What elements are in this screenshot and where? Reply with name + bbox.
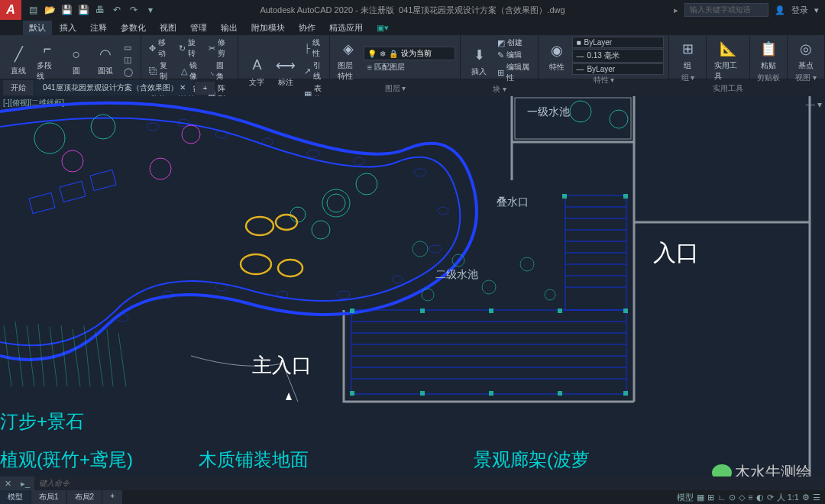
ellipse-button[interactable]: ◯ [121,66,136,78]
linetype-combo[interactable]: — ByLayer [572,63,664,75]
trim-button[interactable]: ✂修剪 [205,37,234,60]
properties-button[interactable]: ◉特性 [543,38,571,74]
insert-block-button[interactable]: ⬇插入 [465,43,493,79]
svg-point-35 [422,289,434,301]
tab-layout1[interactable]: 布局1 [31,490,66,504]
drawing-canvas[interactable]: [-][俯视][二维线框] [0,96,825,477]
panel-annotation: A文字 ⟷标注 ├线性 ↗引线 ▦表格 注释 ▾ [238,35,330,79]
panel-layers-label[interactable]: 图层 ▾ [335,83,455,94]
qat-new-icon[interactable]: ▤ [26,3,40,17]
svg-line-76 [84,325,90,386]
tab-expand-icon[interactable]: ▣▾ [370,21,395,34]
tab-model[interactable]: 模型 [0,490,31,504]
panel-view-label[interactable]: 视图 ▾ [792,73,820,83]
svg-point-25 [62,150,83,172]
tab-view[interactable]: 视图 [154,21,183,35]
tab-layout2[interactable]: 布局2 [67,490,102,504]
tab-manage[interactable]: 管理 [184,21,213,35]
svg-line-70 [15,321,23,386]
svg-point-21 [34,123,65,153]
tab-add-layout[interactable]: + [102,490,122,504]
mirror-button[interactable]: △镜像 [178,60,206,82]
measure-button[interactable]: 📐实用工具 [711,37,745,83]
rotate-button[interactable]: ↻旋转 [176,37,204,60]
label-main-entrance: 主入口 [252,352,312,379]
qat-dropdown-icon[interactable]: ▾ [144,3,157,17]
text-button[interactable]: A文字 [243,53,270,89]
lineweight-toggle-icon[interactable]: ≡ [748,493,752,502]
tab-start[interactable]: 开始 [3,80,34,95]
tab-addins[interactable]: 附加模块 [245,21,291,35]
move-button[interactable]: ✥移动 [146,37,174,60]
ortho-toggle-icon[interactable]: ∟ [717,493,726,502]
status-toggles: 模型 ▦ ⊞ ∟ ⊙ ◇ ≡ ◐ ⟳ 人 1:1 ⚙ ☰ [677,492,820,503]
fillet-button[interactable]: ◟圆角 [208,60,233,82]
label-pool2: 二级水池 [435,268,478,282]
lineweight-combo[interactable]: — 0.13 毫米 [572,49,664,63]
qat-plot-icon[interactable]: 🖶 [93,3,107,17]
qat-redo-icon[interactable]: ↷ [127,3,141,17]
hatch-button[interactable]: ◫ [121,54,136,66]
polar-toggle-icon[interactable]: ⊙ [729,493,736,502]
circle-button[interactable]: ○圆 [63,42,90,78]
basepoint-button[interactable]: ◎基点 [792,37,820,73]
panel-properties-label[interactable]: 特性 ▾ [543,75,664,86]
grid-toggle-icon[interactable]: ▦ [697,493,704,502]
annotation-scale-icon[interactable]: 人 1:1 [777,492,799,503]
osnap-toggle-icon[interactable]: ◇ [739,493,745,502]
svg-rect-54 [350,309,354,313]
transparency-toggle-icon[interactable]: ◐ [756,493,764,502]
linear-button[interactable]: ├线性 [301,37,325,60]
model-space-button[interactable]: 模型 [677,492,694,503]
qat-save-icon[interactable]: 💾 [60,3,73,17]
cmd-prompt-icon[interactable]: ▸_ [16,479,34,489]
tab-featured[interactable]: 精选应用 [323,21,369,35]
dropdown-icon[interactable]: ▾ [814,5,819,15]
tab-new-button[interactable]: + [195,82,215,95]
edit-block-button[interactable]: ✎编辑 [494,49,533,61]
layer-combo[interactable]: 💡❄🔒设为当前 [364,47,455,60]
color-combo[interactable]: ■ ByLayer [572,37,664,48]
app-logo[interactable]: A [0,0,21,20]
create-block-button[interactable]: ◩创建 [494,37,533,49]
svg-rect-65 [623,194,628,199]
qat-open-icon[interactable]: 📂 [43,3,57,17]
tab-insert[interactable]: 插入 [53,21,82,35]
tab-document[interactable]: 041屋顶花园景观设计方案（含效果图） ✕ [35,80,193,95]
panel-group-label[interactable]: 组 ▾ [674,73,701,83]
paste-button[interactable]: 📋粘贴 [755,37,782,73]
svg-point-8 [438,207,448,215]
svg-point-29 [276,215,297,230]
help-search-input[interactable]: 输入关键字或短语 [684,3,768,17]
user-icon[interactable]: 👤 [775,5,785,15]
rect-button[interactable]: ▭ [121,42,136,53]
tab-collaborate[interactable]: 协作 [293,21,322,35]
svg-rect-55 [420,309,425,313]
command-input[interactable]: 键入命令 [34,477,825,490]
match-layer-button[interactable]: ≡匹配图层 [364,61,407,73]
tab-parametric[interactable]: 参数化 [115,21,152,35]
group-button[interactable]: ⊞组 [674,37,701,73]
cmd-close-icon[interactable]: ✕ [0,479,16,489]
snap-toggle-icon[interactable]: ⊞ [707,493,714,502]
line-button[interactable]: ╱直线 [5,42,32,78]
tab-default[interactable]: 默认 [23,21,52,35]
edit-attr-button[interactable]: ⊞编辑属性 [494,61,533,84]
tab-output[interactable]: 输出 [215,21,244,35]
polyline-button[interactable]: ⌐多段线 [34,37,61,83]
customize-icon[interactable]: ☰ [813,493,820,502]
qat-saveas-icon[interactable]: 💾 [76,3,90,17]
leader-button[interactable]: ↗引线 [301,60,325,82]
arc-button[interactable]: ◠圆弧 [92,42,119,78]
copy-button[interactable]: ⿻复制 [146,60,176,82]
layer-props-button[interactable]: ◈图层特性 [335,37,362,83]
dimension-button[interactable]: ⟷标注 [272,53,299,89]
panel-block-label[interactable]: 块 ▾ [465,84,533,95]
tab-annotate[interactable]: 注释 [84,21,113,35]
login-link[interactable]: 登录 [791,5,808,16]
cycling-toggle-icon[interactable]: ⟳ [767,493,774,502]
svg-point-11 [338,291,350,299]
workspace-icon[interactable]: ⚙ [802,493,810,502]
nav-controls[interactable]: — ▾ [806,99,822,110]
qat-undo-icon[interactable]: ↶ [110,3,124,17]
